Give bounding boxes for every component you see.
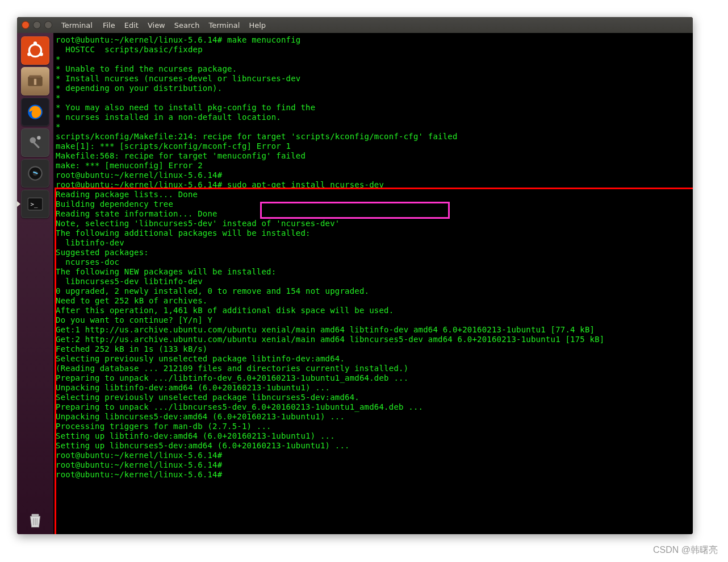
terminal-line: Preparing to unpack .../libncurses5-dev_…: [56, 402, 693, 412]
terminal-line: * Install ncurses (ncurses-devel or libn…: [56, 74, 693, 84]
terminal-line: scripts/kconfig/Makefile:214: recipe for…: [56, 132, 693, 141]
svg-rect-9: [34, 142, 40, 148]
terminal-line: Makefile:568: recipe for target 'menucon…: [56, 151, 693, 161]
terminal-line: * ncurses installed in a non-default loc…: [56, 113, 693, 122]
terminal-line: make[1]: *** [scripts/kconfig/mconf-cfg]…: [56, 141, 693, 151]
terminal-line: * depending on your distribution).: [56, 84, 693, 93]
terminal-line: Suggested packages:: [56, 248, 693, 257]
terminal-line: Fetched 252 kB in 1s (133 kB/s): [56, 344, 693, 354]
svg-text:>_: >_: [31, 201, 38, 208]
menu-help[interactable]: Help: [249, 21, 266, 30]
terminal-line: Do you want to continue? [Y/n] Y: [56, 315, 693, 325]
terminal-window: Terminal File Edit View Search Terminal …: [17, 17, 693, 534]
window-minimize-button[interactable]: [33, 21, 41, 29]
terminal-line: Unpacking libncurses5-dev:amd64 (6.0+201…: [56, 412, 693, 422]
terminal-line: *: [56, 122, 693, 132]
terminal-line: ncurses-doc: [56, 257, 693, 267]
window-title: Terminal: [61, 21, 93, 30]
trash-icon[interactable]: [21, 506, 49, 534]
menu-view[interactable]: View: [148, 21, 165, 30]
terminal-line: make: *** [menuconfig] Error 2: [56, 161, 693, 170]
svg-point-10: [37, 136, 40, 139]
terminal-line: Selecting previously unselected package …: [56, 393, 693, 402]
terminal-line: * Unable to find the ncurses package.: [56, 64, 693, 74]
terminal-line: (Reading database ... 212109 files and d…: [56, 364, 693, 373]
terminal-line: root@ubuntu:~/kernel/linux-5.6.14# make …: [56, 35, 693, 45]
svg-point-1: [34, 41, 37, 45]
terminal-line: Processing triggers for man-db (2.7.5-1)…: [56, 422, 693, 431]
menu-search[interactable]: Search: [174, 21, 200, 30]
terminal-line: Selecting previously unselected package …: [56, 354, 693, 364]
terminal-line: root@ubuntu:~/kernel/linux-5.6.14#: [56, 460, 693, 470]
window-titlebar: Terminal File Edit View Search Terminal …: [17, 17, 693, 33]
terminal-line: Unpacking libtinfo-dev:amd64 (6.0+201602…: [56, 383, 693, 393]
terminal-line: Reading state information... Done: [56, 209, 693, 219]
terminal-line: *: [56, 93, 693, 103]
svg-rect-16: [32, 514, 39, 516]
terminal-line: Setting up libtinfo-dev:amd64 (6.0+20160…: [56, 431, 693, 441]
terminal-line: root@ubuntu:~/kernel/linux-5.6.14#: [56, 451, 693, 460]
svg-rect-6: [34, 79, 36, 85]
terminal-line: Reading package lists... Done: [56, 190, 693, 199]
terminal-line: HOSTCC scripts/basic/fixdep: [56, 45, 693, 55]
window-close-button[interactable]: [22, 21, 30, 29]
terminal-line: Get:1 http://us.archive.ubuntu.com/ubunt…: [56, 325, 693, 335]
terminal-icon[interactable]: >_: [21, 190, 49, 218]
svg-rect-5: [29, 75, 41, 77]
terminal-line: After this operation, 1,461 kB of additi…: [56, 306, 693, 315]
terminal-output[interactable]: root@ubuntu:~/kernel/linux-5.6.14# make …: [53, 33, 693, 534]
terminal-line: Preparing to unpack .../libtinfo-dev_6.0…: [56, 373, 693, 383]
terminal-line: root@ubuntu:~/kernel/linux-5.6.14#: [56, 470, 693, 480]
menu-edit[interactable]: Edit: [124, 21, 139, 30]
menu-file[interactable]: File: [103, 21, 115, 30]
terminal-line: Setting up libncurses5-dev:amd64 (6.0+20…: [56, 441, 693, 451]
update-manager-icon[interactable]: [21, 159, 49, 188]
terminal-line: Note, selecting 'libncurses5-dev' instea…: [56, 219, 693, 228]
menubar: File Edit View Search Terminal Help: [103, 21, 266, 30]
firefox-icon[interactable]: [21, 98, 49, 126]
terminal-line: Building dependency tree: [56, 199, 693, 209]
svg-point-2: [27, 52, 31, 56]
watermark: CSDN @韩曙亮: [653, 544, 718, 556]
terminal-line: Get:2 http://us.archive.ubuntu.com/ubunt…: [56, 335, 693, 344]
terminal-line: libtinfo-dev: [56, 238, 693, 248]
terminal-line: Need to get 252 kB of archives.: [56, 296, 693, 306]
terminal-line: The following additional packages will b…: [56, 228, 693, 238]
ubuntu-logo-icon[interactable]: [21, 36, 49, 65]
window-maximize-button[interactable]: [44, 21, 52, 29]
terminal-line: root@ubuntu:~/kernel/linux-5.6.14# sudo …: [56, 180, 693, 190]
settings-icon[interactable]: [21, 128, 49, 157]
terminal-line: * You may also need to install pkg-confi…: [56, 103, 693, 113]
terminal-line: 0 upgraded, 2 newly installed, 0 to remo…: [56, 286, 693, 296]
svg-point-3: [39, 52, 43, 56]
svg-point-0: [29, 44, 41, 56]
terminal-line: root@ubuntu:~/kernel/linux-5.6.14#: [56, 170, 693, 180]
files-icon[interactable]: [21, 67, 49, 95]
launcher: >_: [17, 33, 53, 534]
terminal-line: libncurses5-dev libtinfo-dev: [56, 277, 693, 286]
terminal-line: *: [56, 55, 693, 64]
terminal-line: The following NEW packages will be insta…: [56, 267, 693, 277]
menu-terminal[interactable]: Terminal: [208, 21, 240, 30]
